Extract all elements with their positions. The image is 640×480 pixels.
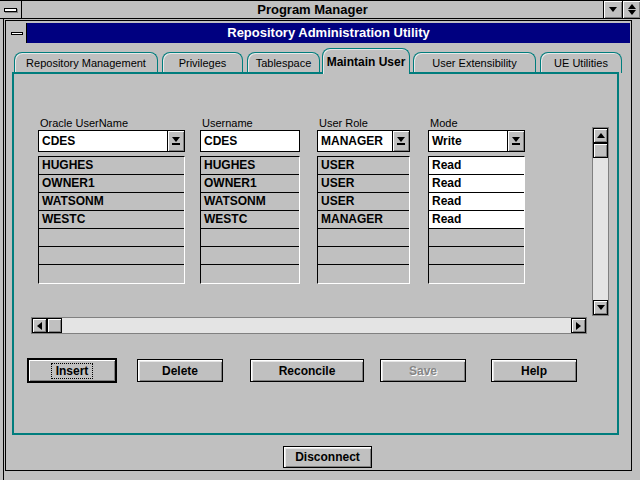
horizontal-scroll-thumb[interactable]: [47, 318, 62, 333]
restore-icon: [628, 4, 636, 15]
column-header-mode: Mode: [430, 117, 458, 129]
username-value: CDES: [201, 131, 299, 151]
list-item[interactable]: HUGHES: [39, 157, 184, 175]
tab-tablespace[interactable]: Tablespace: [247, 52, 320, 73]
app-title: Repository Administration Utility: [27, 23, 630, 43]
vertical-scrollbar[interactable]: [592, 127, 609, 316]
scroll-down-button[interactable]: [593, 300, 608, 315]
program-manager-titlebar[interactable]: Program Manager: [0, 0, 640, 19]
tab-privileges[interactable]: Privileges: [162, 52, 243, 73]
list-item[interactable]: [318, 247, 409, 265]
system-menu-icon: [11, 32, 23, 35]
tab-maintain-user[interactable]: Maintain User: [322, 48, 410, 74]
delete-button[interactable]: Delete: [137, 359, 223, 382]
tab-label: Maintain User: [327, 55, 406, 69]
user-role-list: USER USER USER MANAGER: [317, 156, 410, 284]
list-item[interactable]: OWNER1: [201, 175, 299, 193]
tab-repository-management[interactable]: Repository Management: [14, 52, 158, 73]
mode-list: Read Read Read Read: [428, 156, 525, 284]
window-controls: [603, 1, 640, 18]
scroll-up-button[interactable]: [593, 128, 608, 143]
username-list: HUGHES OWNER1 WATSONM WESTC: [200, 156, 300, 284]
list-item[interactable]: HUGHES: [201, 157, 299, 175]
tab-ue-utilities[interactable]: UE Utilities: [540, 52, 622, 73]
list-item[interactable]: [39, 229, 184, 247]
restore-button[interactable]: [622, 1, 640, 18]
minimize-button[interactable]: [604, 1, 622, 18]
arrow-up-icon: [597, 133, 605, 138]
window-border: [3, 19, 4, 480]
maintain-user-panel: Oracle UserName Username User Role Mode …: [12, 72, 619, 435]
list-item[interactable]: MANAGER: [318, 211, 409, 229]
list-item[interactable]: Read: [429, 211, 524, 229]
save-button: Save: [380, 359, 466, 382]
insert-button[interactable]: Insert: [28, 359, 116, 382]
list-item[interactable]: [318, 265, 409, 283]
list-item[interactable]: [201, 265, 299, 283]
column-header-oracle-username: Oracle UserName: [40, 117, 128, 129]
reconcile-button-label: Reconcile: [279, 364, 336, 378]
save-button-label: Save: [409, 364, 437, 378]
list-item[interactable]: [318, 229, 409, 247]
tab-label: Repository Management: [26, 57, 146, 69]
oracle-username-list: HUGHES OWNER1 WATSONM WESTC: [38, 156, 185, 284]
reconcile-button[interactable]: Reconcile: [250, 359, 364, 382]
list-item[interactable]: USER: [318, 157, 409, 175]
app-titlebar[interactable]: Repository Administration Utility: [7, 23, 630, 43]
column-header-user-role: User Role: [319, 117, 368, 129]
program-manager-title: Program Manager: [22, 1, 603, 18]
list-item[interactable]: Read: [429, 157, 524, 175]
insert-button-label: Insert: [51, 363, 94, 379]
mode-value: Write: [429, 131, 507, 151]
list-item[interactable]: [39, 265, 184, 283]
list-item[interactable]: OWNER1: [39, 175, 184, 193]
list-item[interactable]: USER: [318, 193, 409, 211]
vertical-scroll-thumb[interactable]: [593, 143, 608, 158]
tab-label: Tablespace: [256, 57, 312, 69]
list-item[interactable]: WATSONM: [39, 193, 184, 211]
list-item[interactable]: WESTC: [201, 211, 299, 229]
horizontal-scrollbar[interactable]: [31, 317, 587, 334]
dropdown-arrow-icon[interactable]: [392, 131, 409, 151]
list-item[interactable]: [201, 229, 299, 247]
list-item[interactable]: [429, 265, 524, 283]
user-role-value: MANAGER: [318, 131, 392, 151]
list-item[interactable]: [429, 229, 524, 247]
mode-combobox[interactable]: Write: [428, 130, 525, 152]
arrow-down-icon: [597, 305, 605, 310]
list-item[interactable]: WESTC: [39, 211, 184, 229]
arrow-right-icon: [576, 322, 581, 330]
desktop: Program Manager Repository Administratio…: [0, 0, 640, 480]
tab-label: Privileges: [179, 57, 227, 69]
repository-admin-window: Repository Administration Utility Reposi…: [5, 20, 632, 471]
oracle-username-combobox[interactable]: CDES: [38, 130, 185, 152]
scroll-right-button[interactable]: [571, 318, 586, 333]
dropdown-arrow-icon[interactable]: [507, 131, 524, 151]
delete-button-label: Delete: [162, 364, 198, 378]
list-item[interactable]: [429, 247, 524, 265]
arrow-left-icon: [37, 322, 42, 330]
dropdown-arrow-icon[interactable]: [167, 131, 184, 151]
disconnect-button-label: Disconnect: [295, 450, 360, 464]
program-manager-system-menu-button[interactable]: [0, 1, 22, 18]
help-button-label: Help: [521, 364, 547, 378]
tab-user-extensibility[interactable]: User Extensibility: [413, 52, 536, 73]
tab-label: UE Utilities: [554, 57, 608, 69]
list-item[interactable]: Read: [429, 175, 524, 193]
system-menu-icon: [4, 8, 17, 12]
column-header-username: Username: [202, 117, 253, 129]
oracle-username-value: CDES: [39, 131, 167, 151]
list-item[interactable]: [201, 247, 299, 265]
username-field[interactable]: CDES: [200, 130, 300, 152]
app-system-menu-button[interactable]: [7, 23, 27, 43]
help-button[interactable]: Help: [491, 359, 577, 382]
user-role-combobox[interactable]: MANAGER: [317, 130, 410, 152]
disconnect-button[interactable]: Disconnect: [283, 446, 372, 468]
list-item[interactable]: WATSONM: [201, 193, 299, 211]
minimize-icon: [609, 7, 617, 12]
tab-label: User Extensibility: [432, 57, 516, 69]
scroll-left-button[interactable]: [32, 318, 47, 333]
list-item[interactable]: Read: [429, 193, 524, 211]
list-item[interactable]: USER: [318, 175, 409, 193]
list-item[interactable]: [39, 247, 184, 265]
